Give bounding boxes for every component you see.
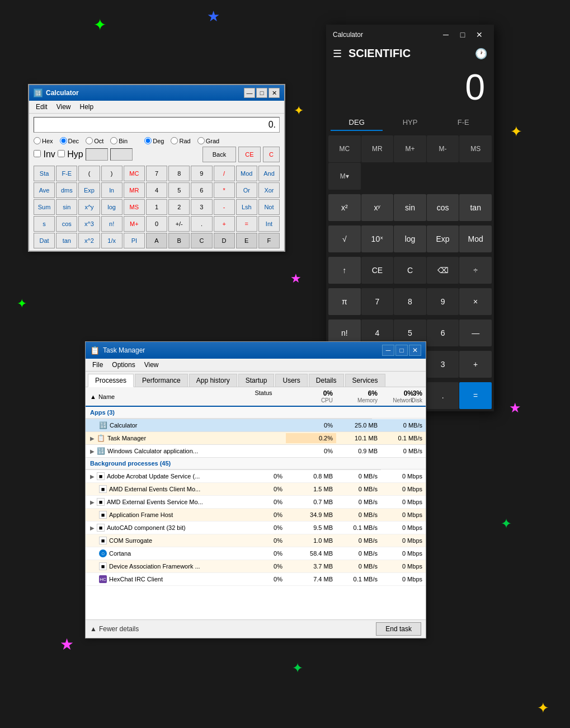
or-btn[interactable]: Or [236,182,257,198]
expand-arrow-adobe[interactable]: ▶ [90,473,95,480]
ms-mem-btn[interactable]: MS [459,135,492,162]
log-sci-btn[interactable]: log [394,226,426,252]
rad-radio[interactable] [171,137,178,144]
tab-details[interactable]: Details [309,374,344,387]
dot-sci-btn[interactable]: . [427,382,459,409]
history-icon[interactable]: 🕐 [475,48,487,60]
fewer-details-btn[interactable]: ▲ Fewer details [90,625,139,633]
ave-btn[interactable]: Ave [34,182,55,198]
tm-menu-view[interactable]: View [140,360,163,370]
tan-sci-btn[interactable]: tan [459,194,492,221]
5-btn[interactable]: 5 [168,182,190,198]
ce-button[interactable]: CE [238,147,261,162]
classic-menu-help[interactable]: Help [75,102,98,112]
tm-menu-file[interactable]: File [88,360,107,370]
classic-menu-view[interactable]: View [52,102,76,112]
3-sci-btn[interactable]: 3 [427,351,459,378]
tab-app-history[interactable]: App history [189,374,237,387]
x2-sci-btn[interactable]: x² [328,194,361,221]
cos-btn[interactable]: cos [56,216,77,232]
oct-radio[interactable] [86,137,93,144]
mc-mem-btn[interactable]: MC [328,135,361,162]
bg-row-hexchat[interactable]: HC HexChat IRC Client 0% 7.4 MB 0.1 MB/s… [86,573,426,586]
mplus-mem-btn[interactable]: M+ [394,135,426,162]
pi-btn[interactable]: PI [124,233,145,248]
task-manager-close[interactable]: ✕ [409,345,421,356]
dec-radio[interactable] [60,137,67,144]
mr-mem-btn[interactable]: MR [361,135,394,162]
bg-row-appframe[interactable]: ■ Application Frame Host 0% 34.9 MB 0 MB… [86,509,426,522]
lp-btn[interactable]: ( [78,166,100,181]
expand-arrow-taskmanager[interactable]: ▶ [90,435,95,442]
tan-btn[interactable]: tan [56,233,77,248]
mc-btn[interactable]: MC [124,166,145,181]
dms-btn[interactable]: dms [56,182,77,198]
sum-btn[interactable]: Sum [34,199,55,215]
dot-btn[interactable]: . [191,216,212,232]
log-btn[interactable]: log [101,199,123,215]
sub-btn[interactable]: - [214,199,235,215]
end-task-button[interactable]: End task [376,622,421,636]
grad-radio[interactable] [197,137,205,144]
10x-sci-btn[interactable]: 10ˣ [361,226,394,252]
expand-arrow-wincalc[interactable]: ▶ [90,448,95,454]
exp-sci-btn[interactable]: Exp [427,226,459,252]
8-sci-btn[interactable]: 8 [394,288,426,315]
hyp-checkbox[interactable] [58,150,65,157]
tab-services[interactable]: Services [345,374,385,387]
9-sci-btn[interactable]: 9 [427,288,459,315]
B-btn[interactable]: B [168,233,190,248]
mod-sci-btn[interactable]: Mod [459,226,492,252]
int-btn[interactable]: Int [258,216,280,232]
3-btn[interactable]: 3 [191,199,212,215]
classic-calc-close[interactable]: ✕ [268,88,280,98]
tab-processes[interactable]: Processes [88,374,134,387]
hex-radio[interactable] [34,137,41,144]
xy-btn[interactable]: x^y [78,199,100,215]
expand-arrow-amd2[interactable]: ▶ [90,499,95,505]
back-button[interactable]: Back [202,147,236,162]
6-btn[interactable]: 6 [191,182,212,198]
deg-radio[interactable] [144,137,152,144]
x2-btn[interactable]: x^2 [78,233,100,248]
modern-maximize[interactable]: □ [455,27,470,43]
app-row-wincalc[interactable]: ▶ 🔢 Windows Calculator application... 0%… [86,445,426,458]
div-sci-btn[interactable]: ÷ [459,257,492,284]
tab-users[interactable]: Users [275,374,307,387]
cos-sci-btn[interactable]: cos [427,194,459,221]
x3-btn[interactable]: x^3 [78,216,100,232]
hamburger-menu-icon[interactable]: ☰ [333,48,342,60]
mdown-mem-btn[interactable]: M▾ [328,163,361,190]
task-manager-minimize[interactable]: ─ [382,345,394,356]
bg-row-amd2[interactable]: ▶ ■ AMD External Events Service Mo... 0%… [86,496,426,509]
modern-close[interactable]: ✕ [472,27,487,43]
7-btn[interactable]: 7 [146,166,167,181]
dat-btn[interactable]: Dat [34,233,55,248]
app-row-calculator[interactable]: 🔢 Calculator 0% 25.0 MB 0 MB/s [86,419,426,432]
ms-btn[interactable]: MS [124,199,145,215]
8-btn[interactable]: 8 [168,166,190,181]
mul-btn[interactable]: * [214,182,235,198]
div-btn[interactable]: / [214,166,235,181]
modern-minimize[interactable]: ─ [438,27,454,43]
and-btn[interactable]: And [258,166,280,181]
bg-row-amd1[interactable]: ■ AMD External Events Client Mo... 0% 1.… [86,483,426,496]
bin-radio[interactable] [110,137,117,144]
sub-sci-btn[interactable]: — [459,320,492,346]
c-sci-btn[interactable]: C [394,257,426,284]
C-btn[interactable]: C [191,233,212,248]
nl-btn[interactable]: n! [101,216,123,232]
sqrt-sci-btn[interactable]: √ [328,226,361,252]
mminus-mem-btn[interactable]: M- [427,135,459,162]
D-btn[interactable]: D [214,233,235,248]
classic-calc-maximize[interactable]: □ [256,88,267,98]
sin-btn[interactable]: sin [56,199,77,215]
tab-deg[interactable]: DEG [331,115,383,131]
4-btn[interactable]: 4 [146,182,167,198]
classic-menu-edit[interactable]: Edit [31,102,52,112]
c-button[interactable]: C [263,147,280,162]
shift-btn[interactable]: ↑ [328,257,361,284]
xy-sci-btn[interactable]: xʸ [361,194,394,221]
tab-fe[interactable]: F-E [437,115,489,131]
ce-sci-btn[interactable]: CE [361,257,394,284]
